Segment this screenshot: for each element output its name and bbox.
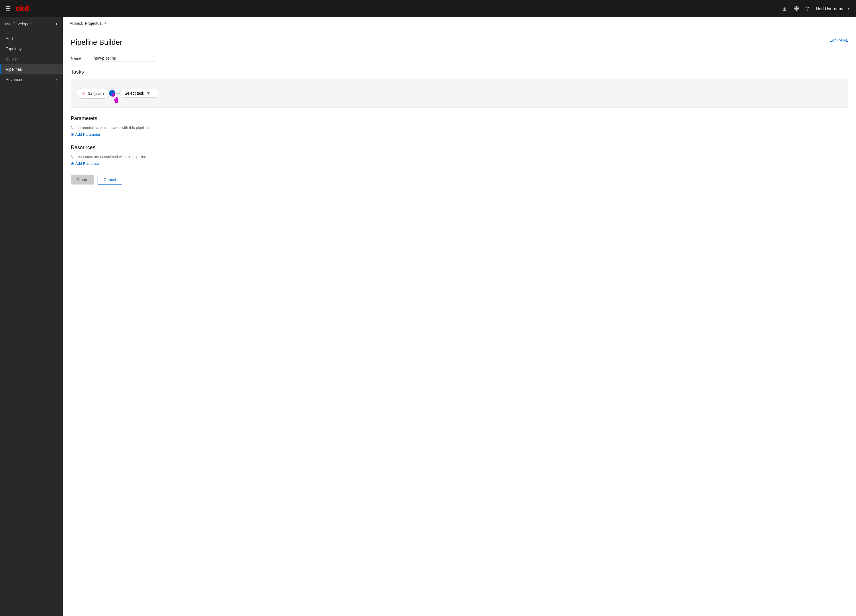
sidebar-item-builds-label: Builds	[6, 57, 17, 61]
edit-yaml-link[interactable]: Edit YAML	[830, 38, 848, 43]
name-label: Name	[71, 56, 94, 61]
svg-rect-6	[115, 98, 115, 101]
task-pill[interactable]: ⚠ S2i-java-8	[77, 88, 109, 99]
sidebar-item-pipelines[interactable]: Pipelines	[0, 64, 63, 74]
resources-section-header: Resources	[71, 144, 848, 151]
username: Ned Username	[816, 6, 845, 11]
resources-section: Resources No resources are associated wi…	[71, 144, 848, 166]
select-task-chevron-icon: ▼	[146, 91, 150, 95]
name-input[interactable]	[94, 55, 156, 62]
parameters-empty-text: No parameters are associated with this p…	[71, 126, 848, 130]
hamburger-menu-icon[interactable]: ☰	[6, 5, 11, 12]
svg-rect-9	[114, 99, 115, 101]
sidebar-item-builds[interactable]: Builds	[0, 54, 63, 64]
context-chevron-icon: ▼	[55, 22, 58, 26]
task-node: ⚠ S2i-java-8 +	[77, 88, 158, 99]
name-form-row: Name	[71, 55, 848, 62]
sidebar-context-label: Developer	[12, 22, 55, 26]
add-parameter-link[interactable]: ⊕ Add Parameter	[71, 132, 100, 137]
parameters-section-header: Parameters	[71, 115, 848, 121]
cancel-button[interactable]: Cancel	[98, 175, 122, 184]
tasks-area: ⚠ S2i-java-8 +	[71, 79, 848, 108]
grid-icon[interactable]: ⊞	[782, 5, 787, 12]
sidebar-nav: Add Topology Builds Pipelines Advanced ›	[0, 31, 63, 87]
add-resource-link[interactable]: ⊕ Add Resource	[71, 161, 99, 166]
add-icon[interactable]: ⊕	[794, 5, 799, 12]
topnav-icons: ⊞ ⊕ ? Ned Username ▼	[782, 5, 850, 12]
page-content: Pipeline Builder Edit YAML Name Tasks ⚠ …	[63, 30, 856, 616]
project-prefix: Project:	[69, 21, 83, 26]
tasks-section-header: Tasks	[71, 69, 848, 75]
task-add-button[interactable]: +	[109, 90, 115, 97]
select-task-dropdown[interactable]: Select task ▼	[121, 89, 158, 98]
svg-rect-7	[116, 97, 117, 101]
select-task-label: Select task	[125, 91, 144, 95]
task-connector-line	[115, 93, 120, 94]
sidebar-item-add-label: Add	[6, 36, 13, 41]
okd-logo: okd	[15, 4, 29, 13]
svg-line-3	[111, 96, 114, 97]
task-name: S2i-java-8	[88, 91, 105, 95]
context-icon: </>	[5, 22, 10, 26]
topnav: ☰ okd ⊞ ⊕ ? Ned Username ▼	[0, 0, 856, 17]
svg-rect-5	[115, 100, 118, 103]
page-title: Pipeline Builder	[71, 38, 122, 47]
sidebar-item-topology-label: Topology	[6, 46, 22, 51]
sidebar-item-topology[interactable]: Topology	[0, 44, 63, 54]
user-chevron-icon: ▼	[847, 6, 850, 11]
help-icon[interactable]: ?	[806, 5, 809, 12]
add-resource-label: Add Resource	[75, 161, 99, 166]
page-header: Pipeline Builder Edit YAML	[71, 38, 848, 47]
svg-line-2	[114, 93, 115, 96]
btn-row: Create Cancel	[71, 175, 848, 184]
project-name: Project01	[85, 21, 102, 26]
main-content: Project: Project01 ▼ Pipeline Builder Ed…	[63, 17, 856, 616]
sidebar-item-pipelines-label: Pipelines	[6, 67, 22, 72]
resources-empty-text: No resources are associated with this pi…	[71, 155, 848, 159]
sidebar-context-switcher[interactable]: </> Developer ▼	[0, 17, 63, 31]
add-parameter-icon: ⊕	[71, 132, 74, 137]
add-parameter-label: Add Parameter	[75, 132, 100, 137]
svg-rect-8	[117, 98, 118, 101]
sidebar-item-advanced-label: Advanced	[6, 77, 23, 82]
advanced-chevron-icon: ›	[56, 78, 57, 81]
task-error-icon: ⚠	[82, 91, 86, 96]
sidebar-item-advanced[interactable]: Advanced ›	[0, 74, 63, 85]
tasks-section: Tasks ⚠ S2i-java-8 +	[71, 69, 848, 108]
user-menu[interactable]: Ned Username ▼	[816, 6, 850, 11]
sidebar: </> Developer ▼ Add Topology Builds Pipe…	[0, 17, 63, 616]
add-resource-icon: ⊕	[71, 161, 74, 166]
parameters-section: Parameters No parameters are associated …	[71, 115, 848, 137]
task-add-icon: +	[111, 91, 113, 96]
create-button[interactable]: Create	[71, 175, 94, 184]
project-chevron-icon[interactable]: ▼	[103, 22, 107, 25]
project-bar: Project: Project01 ▼	[63, 17, 856, 30]
sidebar-item-add[interactable]: Add	[0, 33, 63, 44]
